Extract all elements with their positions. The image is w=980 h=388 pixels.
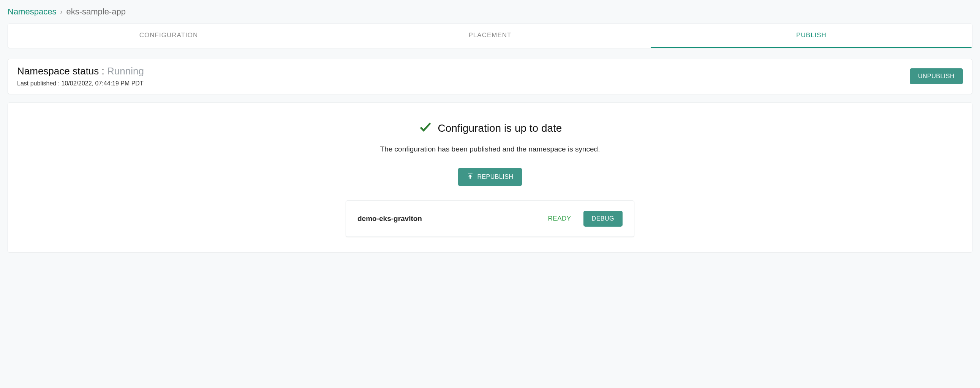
config-subtext: The configuration has been published and… [17, 145, 963, 153]
last-published: Last published : 10/02/2022, 07:44:19 PM… [17, 80, 144, 87]
namespace-status-value: Running [107, 65, 144, 77]
configuration-status-card: Configuration is up to date The configur… [8, 102, 972, 253]
cluster-row: demo-eks-graviton READY DEBUG [346, 200, 634, 237]
config-headline-text: Configuration is up to date [438, 122, 562, 134]
republish-button[interactable]: REPUBLISH [458, 168, 522, 186]
tab-configuration[interactable]: CONFIGURATION [8, 24, 329, 48]
breadcrumb: Namespaces › eks-sample-app [8, 7, 972, 17]
tabs: CONFIGURATION PLACEMENT PUBLISH [8, 24, 972, 48]
tab-placement[interactable]: PLACEMENT [329, 24, 651, 48]
upload-icon [466, 172, 474, 181]
last-published-label: Last published : [17, 80, 62, 87]
config-headline-row: Configuration is up to date [17, 119, 963, 137]
check-icon [418, 119, 433, 137]
debug-button[interactable]: DEBUG [584, 211, 622, 227]
republish-button-label: REPUBLISH [477, 173, 513, 180]
unpublish-button[interactable]: UNPUBLISH [910, 68, 963, 84]
cluster-name: demo-eks-graviton [358, 215, 422, 223]
breadcrumb-separator: › [60, 8, 62, 16]
breadcrumb-current: eks-sample-app [66, 7, 126, 17]
last-published-value: 10/02/2022, 07:44:19 PM PDT [62, 80, 143, 87]
cluster-status: READY [548, 215, 571, 223]
namespace-status-card: Namespace status : Running Last publishe… [8, 59, 972, 94]
breadcrumb-root-link[interactable]: Namespaces [8, 7, 56, 17]
namespace-status-label: Namespace status : [17, 65, 107, 77]
tab-publish[interactable]: PUBLISH [651, 24, 972, 48]
namespace-status-title: Namespace status : Running [17, 65, 144, 77]
